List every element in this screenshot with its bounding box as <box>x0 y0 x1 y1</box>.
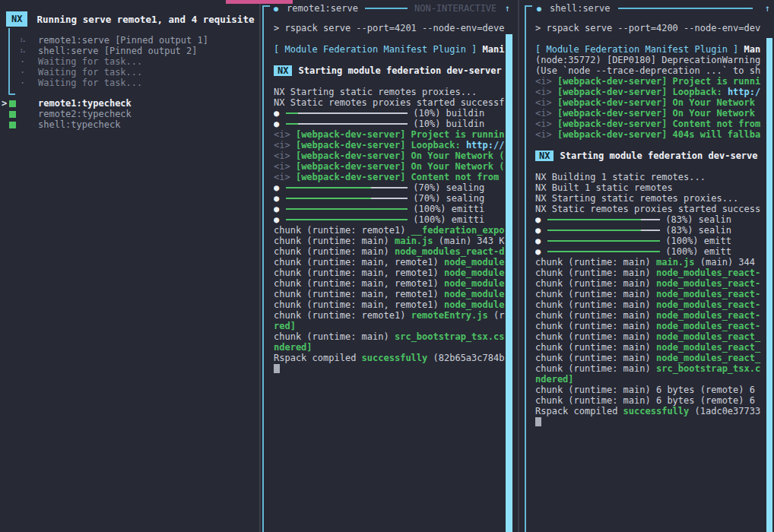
task-item[interactable]: ·Waiting for task... <box>0 67 259 78</box>
progress-bar <box>547 219 660 220</box>
progress-bullet-icon: ● <box>535 225 541 236</box>
nx-badge: NX <box>274 65 292 76</box>
spinner-icon: ⠦ <box>20 46 38 56</box>
terminal-line: chunk (runtime: main) node_modules_react… <box>535 299 766 310</box>
completed-task-list: >remote1:typecheckremote2:typecheckshell… <box>0 98 259 130</box>
terminal-cursor <box>535 417 541 426</box>
progress-bullet-icon: ● <box>274 214 279 225</box>
pane-focus-bracket <box>262 5 270 532</box>
terminal-line: ●(100%) emitt <box>535 246 766 257</box>
terminal-line: (Use `node --trace-deprecation ...` to s… <box>535 65 766 76</box>
terminal-line: NX Building 1 static remotes... <box>535 172 766 182</box>
task-item[interactable]: ⠦remote1:serve [Pinned output 1] <box>0 35 259 46</box>
terminal-line: Rspack compiled successfully (1adc0e3773… <box>535 406 766 416</box>
pane-shell-serve: ● shell:serve ↑ > rspack serve --port=42… <box>519 0 774 532</box>
task-label: remote1:serve [Pinned output 1] <box>38 35 208 46</box>
task-item[interactable]: remote2:typecheck <box>0 109 259 119</box>
terminal-line: chunk (runtime: main, remote1) node_modu… <box>274 278 507 289</box>
terminal-line <box>535 416 766 427</box>
progress-bullet-icon: ● <box>535 214 541 225</box>
terminal-line: chunk (runtime: main, remote1) node_modu… <box>274 268 507 278</box>
scroll-up-icon[interactable]: ↑ <box>765 3 770 14</box>
selection-arrow-icon: > <box>2 98 9 109</box>
pane-title: shell:serve <box>550 3 610 14</box>
header-rule <box>365 8 408 9</box>
terminal-line: [ Module Federation Manifest Plugin ] Ma… <box>535 44 766 55</box>
terminal-output[interactable]: > rspack serve --port=4201 --node-env=de… <box>274 23 507 374</box>
terminal-line: Rspack compiled successfully (82b65a3c78… <box>274 353 507 363</box>
terminal-line: NX Built 1 static remotes <box>535 182 766 193</box>
task-label: Waiting for task... <box>38 67 142 78</box>
terminal-line: chunk (runtime: main) node_modules_react… <box>274 246 507 257</box>
terminal-line: [ Module Federation Manifest Plugin ] Ma… <box>274 44 507 55</box>
terminal-line <box>274 33 507 44</box>
terminal-line: chunk (runtime: main) node_modules_react… <box>535 321 766 331</box>
task-list-header: NX Running serve remote1, and 4 requisit… <box>6 11 259 27</box>
terminal-line: NX Static remotes proxies started succes… <box>535 204 766 214</box>
terminal-line: <i> [webpack-dev-server] On Your Network <box>535 97 766 108</box>
progress-bar <box>286 112 408 114</box>
task-item[interactable]: >remote1:typecheck <box>0 98 259 109</box>
pane-focus-bracket <box>525 5 532 532</box>
terminal-line: ●(83%) sealin <box>535 225 766 236</box>
terminal-line: ndered] <box>535 374 766 385</box>
terminal-line: red] <box>274 321 507 331</box>
terminal-line: <i> [webpack-dev-server] Content not fro… <box>535 119 766 129</box>
progress-bar <box>547 230 660 231</box>
terminal-line: <i> [webpack-dev-server] 404s will fallb… <box>535 129 766 140</box>
terminal-line: chunk (runtime: main) node_modules_react… <box>535 353 766 363</box>
terminal-line: chunk (runtime: main) main.js (main) 344 <box>535 257 766 268</box>
terminal-line <box>274 55 507 65</box>
scroll-up-icon[interactable]: ↑ <box>505 3 510 14</box>
terminal-line: <i> [webpack-dev-server] Loopback: http:… <box>535 87 766 97</box>
terminal-line: <i> [webpack-dev-server] Project is runn… <box>274 129 507 140</box>
task-success-square <box>9 100 16 107</box>
terminal-line: ●(100%) emitti <box>274 204 507 214</box>
terminal-line: chunk (runtime: main) src_bootstrap_tsx.… <box>535 363 766 374</box>
task-item[interactable]: ⠦shell:serve [Pinned output 2] <box>0 46 259 56</box>
progress-bar <box>547 251 660 252</box>
terminal-line: <i> [webpack-dev-server] Project is runn… <box>535 76 766 87</box>
task-success-square <box>9 111 16 118</box>
scrollbar[interactable] <box>506 34 512 532</box>
terminal-line: chunk (runtime: main, remote1) node_modu… <box>274 289 507 299</box>
progress-bullet-icon: ● <box>274 108 279 119</box>
terminal-line: chunk (runtime: main) 6 bytes (remote) 6 <box>535 395 766 406</box>
terminal-line: chunk (runtime: main) node_modules_react… <box>535 268 766 278</box>
progress-bar <box>286 208 408 210</box>
terminal-line: chunk (runtime: main) node_modules_react… <box>535 331 766 342</box>
run-title: Running serve remote1, and 4 requisite t… <box>36 14 259 25</box>
scrollbar[interactable] <box>766 38 772 532</box>
terminal-line: <i> [webpack-dev-server] On Your Network <box>535 108 766 119</box>
pane-remote1-serve: ● remote1:serve NON-INTERACTIVE ↑ > rspa… <box>259 0 519 532</box>
terminal-output[interactable]: > rspack serve --port=4200 --node-env=de… <box>535 23 766 427</box>
progress-bar <box>286 219 408 220</box>
terminal-line: chunk (runtime: main) main.js (main) 343… <box>274 236 507 246</box>
terminal-line: chunk (runtime: main) 6 bytes (remote) 6 <box>535 385 766 395</box>
terminal-line <box>274 76 507 87</box>
terminal-line: ndered] <box>274 342 507 353</box>
pane-header: ● remote1:serve NON-INTERACTIVE ↑ <box>274 2 510 14</box>
terminal-line: > rspack serve --port=4201 --node-env=de… <box>274 23 507 33</box>
task-label: shell:typecheck <box>38 119 120 130</box>
terminal-line: <i> [webpack-dev-server] Loopback: http:… <box>274 140 507 150</box>
noninteractive-label: NON-INTERACTIVE <box>414 3 496 14</box>
task-item[interactable]: shell:typecheck <box>0 119 259 130</box>
progress-bullet-icon: ● <box>274 182 279 193</box>
terminal-line: ●(10%) buildin <box>274 108 507 119</box>
terminal-line: ●(83%) sealin <box>535 214 766 225</box>
terminal-line: ●(10%) buildin <box>274 119 507 129</box>
terminal-line <box>535 161 766 172</box>
terminal-line: chunk (runtime: main) node_modules_react… <box>535 278 766 289</box>
header-rule <box>618 8 753 9</box>
spinner-icon: ⠦ <box>20 35 38 46</box>
pane-bullet-icon: ● <box>274 5 278 13</box>
terminal-line: chunk (runtime: remote1) __federation_ex… <box>274 225 507 236</box>
progress-bullet-icon: ● <box>274 193 279 204</box>
terminal-line: chunk (runtime: main) src_bootstrap_tsx.… <box>274 331 507 342</box>
task-item[interactable]: ·Waiting for task... <box>0 56 259 67</box>
task-item[interactable]: ·Waiting for task... <box>0 78 259 88</box>
pane-title: remote1:serve <box>287 3 358 14</box>
nx-logo-badge: NX <box>6 11 27 27</box>
terminal-line: ●(70%) sealing <box>274 182 507 193</box>
